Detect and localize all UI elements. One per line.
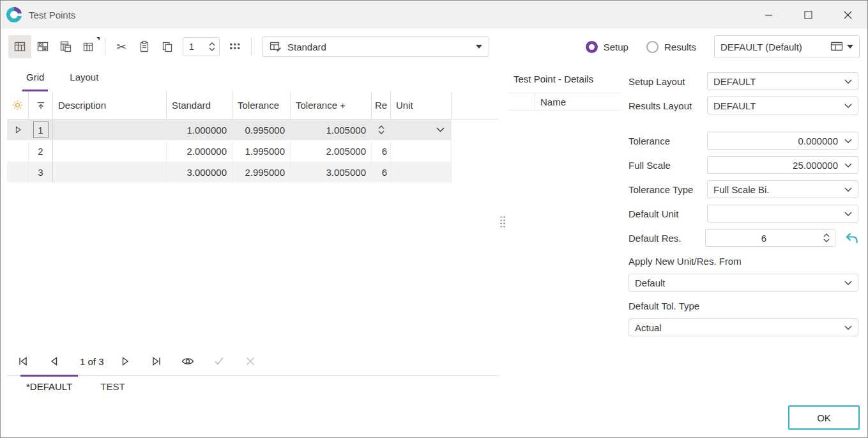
default-tol-type-row: Actual — [628, 318, 858, 336]
cell-standard[interactable]: 1.000000 — [167, 120, 232, 141]
spinner-arrows-icon[interactable] — [209, 42, 215, 51]
full-scale-label: Full Scale — [628, 160, 671, 171]
minimize-button[interactable] — [749, 1, 788, 29]
tab-layout[interactable]: Layout — [66, 65, 102, 91]
cell-tolerance-minus[interactable]: 2.995000 — [232, 162, 291, 183]
cut-button[interactable]: ✂ — [110, 35, 133, 58]
column-header-description[interactable]: Description — [53, 91, 167, 119]
cell-standard[interactable]: 2.000000 — [167, 141, 232, 162]
cell-tolerance-minus[interactable]: 1.995000 — [232, 141, 291, 162]
cell-standard[interactable]: 3.000000 — [167, 162, 232, 183]
copy-button[interactable] — [156, 35, 179, 58]
apply-new-unit-combo[interactable]: Default — [628, 274, 858, 292]
test-points-table: Description Standard Tolerance Tolerance… — [7, 91, 498, 183]
record-count-spinner[interactable]: 1 — [183, 37, 220, 56]
check-icon — [213, 356, 225, 367]
results-radio[interactable]: Results — [646, 41, 696, 53]
layout-preset-combo[interactable]: DEFAULT (Default) — [714, 35, 860, 58]
default-unit-combo[interactable] — [707, 205, 858, 223]
next-record-button[interactable] — [118, 354, 132, 368]
cell-description[interactable] — [53, 141, 167, 162]
details-name-column-header[interactable]: Name — [535, 93, 622, 110]
new-grid-button[interactable] — [77, 35, 100, 58]
maximize-button[interactable] — [788, 1, 828, 29]
grid-view-button[interactable] — [8, 35, 31, 58]
chevron-down-icon — [844, 212, 852, 216]
chevron-down-icon — [847, 45, 853, 49]
tolerance-combo[interactable]: 0.000000 — [707, 132, 858, 150]
setup-radio-label: Setup — [604, 42, 628, 52]
cancel-changes-button[interactable] — [243, 354, 257, 368]
preview-button[interactable] — [181, 354, 195, 368]
tolerance-type-combo[interactable]: Full Scale Bi. — [707, 180, 858, 198]
full-scale-combo[interactable]: 25.000000 — [707, 156, 858, 174]
pager-position: 1 of 3 — [80, 356, 104, 367]
res-spinner-icon[interactable] — [378, 125, 385, 134]
sheet-tab-test[interactable]: TEST — [100, 376, 125, 397]
close-button[interactable] — [828, 1, 867, 29]
column-header-unit[interactable]: Unit — [391, 91, 452, 119]
cell-unit[interactable] — [391, 141, 452, 162]
cell-tolerance-plus[interactable]: 3.005000 — [291, 162, 372, 183]
table-row[interactable]: 3 3.000000 2.995000 3.005000 6 — [7, 162, 498, 183]
cell-description[interactable] — [53, 120, 167, 141]
table-row[interactable]: 1 1.000000 0.995000 1.005000 — [7, 120, 498, 141]
cell-res-spinner[interactable] — [372, 120, 391, 141]
first-record-button[interactable] — [16, 354, 30, 368]
chevron-down-icon — [844, 79, 852, 84]
cell-tolerance-plus[interactable]: 2.005000 — [291, 141, 372, 162]
app-logo-icon — [6, 6, 22, 23]
tolerance-type-label: Tolerance Type — [628, 184, 693, 195]
cell-unit-dropdown[interactable] — [391, 120, 452, 141]
cell-tolerance-plus[interactable]: 1.005000 — [291, 120, 372, 141]
splitter-grip-icon[interactable] — [499, 215, 506, 228]
radio-unselected-icon — [646, 41, 659, 53]
setup-radio[interactable]: Setup — [586, 41, 628, 53]
column-header-tolerance-plus[interactable]: Tolerance + — [291, 91, 372, 119]
results-layout-label: Results Layout — [628, 100, 692, 111]
column-header-standard[interactable]: Standard — [167, 91, 232, 119]
previous-record-button[interactable] — [47, 354, 61, 368]
eye-icon — [181, 356, 194, 367]
spinner-arrows-icon[interactable] — [823, 233, 830, 242]
full-scale-row: Full Scale 25.000000 — [628, 156, 858, 174]
row-arrow-icon — [13, 125, 22, 134]
reset-res-button[interactable] — [843, 232, 858, 244]
cell-res[interactable]: 6 — [372, 162, 391, 183]
sheet-tab-default[interactable]: *DEFAULT — [26, 376, 72, 397]
column-header-res[interactable]: Re — [372, 91, 391, 119]
details-panel-title: Test Point - Details — [507, 65, 622, 93]
accept-changes-button[interactable] — [212, 354, 226, 368]
last-record-button[interactable] — [149, 354, 164, 368]
fill-grid-button[interactable] — [224, 35, 247, 58]
default-res-spinner[interactable]: 6 — [705, 229, 835, 247]
split-view-button[interactable] — [31, 35, 54, 58]
chevron-down-icon — [436, 127, 445, 132]
table-row[interactable]: 2 2.000000 1.995000 2.005000 6 — [7, 141, 498, 162]
cell-res[interactable]: 6 — [372, 141, 391, 162]
results-layout-combo[interactable]: DEFAULT — [707, 97, 858, 114]
cell-description[interactable] — [53, 162, 167, 183]
table-header-row: Description Standard Tolerance Tolerance… — [7, 91, 498, 120]
grid-panel-tabs: Grid Layout — [7, 65, 498, 91]
grid-layout-combo[interactable]: Standard — [262, 36, 489, 57]
cell-unit[interactable] — [391, 162, 452, 183]
tab-grid[interactable]: Grid — [22, 65, 48, 91]
panel-splitter[interactable] — [498, 65, 507, 375]
cell-tolerance-minus[interactable]: 0.995000 — [232, 120, 291, 141]
setup-layout-label: Setup Layout — [628, 76, 685, 87]
auto-fill-column-header[interactable] — [7, 91, 29, 119]
setup-layout-combo[interactable]: DEFAULT — [707, 72, 858, 90]
row-height-column-header[interactable] — [29, 91, 53, 119]
record-count-value: 1 — [189, 42, 194, 52]
row-indicator-cell — [7, 162, 29, 183]
chevron-down-icon — [844, 163, 852, 168]
details-header-row: Name — [507, 93, 622, 111]
column-header-tolerance-minus[interactable]: Tolerance — [232, 91, 291, 119]
ok-button[interactable]: OK — [788, 405, 860, 430]
paste-button[interactable] — [133, 35, 156, 58]
titlebar: Test Points — [1, 1, 867, 29]
default-tol-type-combo[interactable]: Actual — [628, 318, 858, 336]
copy-grid-button[interactable] — [54, 35, 77, 58]
current-row-indicator — [7, 120, 29, 141]
